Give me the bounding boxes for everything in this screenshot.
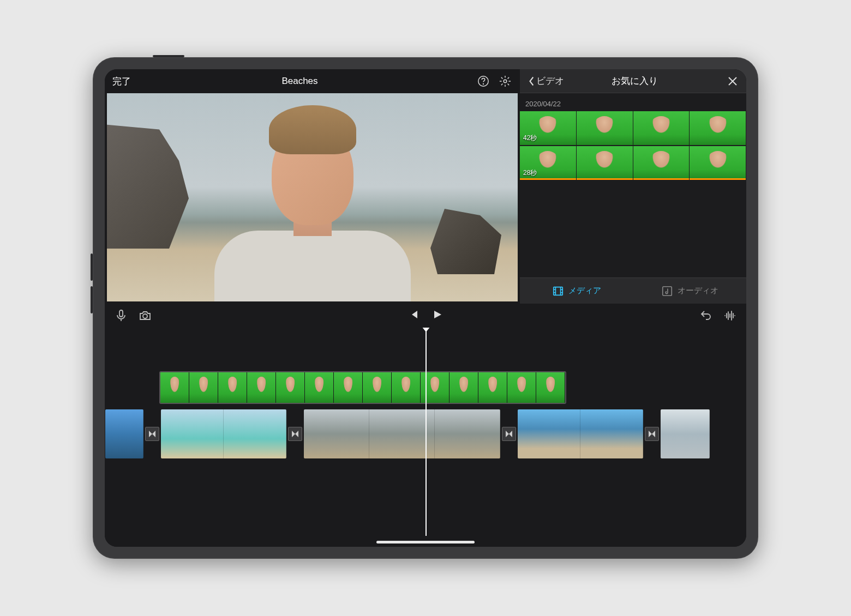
overlay-frame[interactable] bbox=[392, 372, 420, 403]
home-indicator[interactable] bbox=[376, 541, 475, 543]
clip-duration-label: 42秒 bbox=[523, 134, 537, 143]
preview-viewport[interactable] bbox=[107, 93, 518, 301]
overlay-frame[interactable] bbox=[536, 372, 565, 403]
media-body[interactable]: 2020/04/22 42秒28秒 bbox=[520, 93, 746, 277]
skip-back-icon[interactable] bbox=[408, 309, 419, 322]
svg-rect-3 bbox=[554, 287, 563, 295]
viewer-panel: 完了 Beaches bbox=[105, 69, 520, 304]
overlay-frame[interactable] bbox=[189, 372, 218, 403]
video-clip[interactable] bbox=[105, 409, 143, 458]
screen: 完了 Beaches bbox=[105, 69, 746, 547]
clip-frame bbox=[161, 409, 224, 458]
overlay-frame[interactable] bbox=[247, 372, 275, 403]
tab-audio-label: オーディオ bbox=[678, 286, 718, 296]
transition-icon[interactable] bbox=[645, 427, 659, 441]
undo-icon[interactable] bbox=[699, 309, 712, 322]
preview-foreground-person bbox=[209, 127, 416, 301]
overlay-frame[interactable] bbox=[160, 372, 189, 403]
overlay-frame[interactable] bbox=[363, 372, 391, 403]
svg-point-6 bbox=[143, 314, 147, 318]
tab-audio[interactable]: オーディオ bbox=[633, 278, 747, 304]
clip-thumbnail[interactable] bbox=[577, 146, 633, 180]
clip-thumbnail[interactable] bbox=[577, 111, 633, 145]
media-browser-title: お気に入り bbox=[542, 75, 727, 87]
close-icon[interactable] bbox=[727, 75, 739, 87]
video-clip[interactable] bbox=[518, 409, 643, 458]
preview-bg-rock bbox=[107, 123, 189, 249]
clip-thumbnail[interactable] bbox=[690, 146, 746, 180]
clip-frame bbox=[661, 409, 710, 458]
clip-frame bbox=[435, 409, 500, 458]
svg-rect-4 bbox=[663, 286, 672, 295]
overlay-frame[interactable] bbox=[276, 372, 304, 403]
overlay-frame[interactable] bbox=[507, 372, 536, 403]
video-clip[interactable] bbox=[661, 409, 710, 458]
tab-media-label: メディア bbox=[568, 286, 601, 296]
tab-media[interactable]: メディア bbox=[520, 278, 633, 304]
preview-bg-rock bbox=[430, 209, 501, 274]
transport-controls bbox=[408, 309, 443, 322]
transition-icon[interactable] bbox=[288, 427, 302, 441]
media-date: 2020/04/22 bbox=[520, 98, 746, 110]
clip-thumbnail[interactable] bbox=[690, 111, 746, 145]
overlay-frame[interactable] bbox=[305, 372, 333, 403]
microphone-icon[interactable] bbox=[115, 309, 128, 322]
svg-point-2 bbox=[504, 80, 507, 83]
device-power-button bbox=[153, 55, 184, 57]
clip-thumbnail[interactable] bbox=[633, 111, 690, 145]
device-volume-up bbox=[91, 253, 93, 281]
play-icon[interactable] bbox=[432, 309, 443, 322]
transition-icon[interactable] bbox=[502, 427, 516, 441]
clip-frame bbox=[105, 409, 143, 458]
done-button[interactable]: 完了 bbox=[112, 75, 131, 88]
device-volume-down bbox=[91, 286, 93, 313]
clip-frame bbox=[304, 409, 369, 458]
video-clip[interactable] bbox=[304, 409, 500, 458]
video-clip[interactable] bbox=[161, 409, 286, 458]
ipad-frame: 完了 Beaches bbox=[93, 57, 758, 559]
media-browser-header: ビデオ お気に入り bbox=[520, 69, 746, 93]
media-clip-row[interactable]: 42秒 bbox=[520, 111, 746, 145]
playhead[interactable] bbox=[425, 328, 427, 536]
media-browser: ビデオ お気に入り 2020/04/22 42秒28秒 メディア bbox=[520, 69, 746, 304]
waveform-icon[interactable] bbox=[723, 309, 736, 322]
clip-duration-label: 28秒 bbox=[523, 168, 537, 178]
clip-thumbnail[interactable] bbox=[633, 146, 690, 180]
svg-point-1 bbox=[483, 84, 484, 84]
project-title: Beaches bbox=[131, 76, 469, 87]
overlay-frame[interactable] bbox=[478, 372, 507, 403]
help-icon[interactable] bbox=[476, 74, 490, 88]
overlay-clip[interactable] bbox=[159, 371, 566, 404]
svg-rect-5 bbox=[119, 310, 123, 317]
camera-icon[interactable] bbox=[139, 309, 152, 322]
clip-frame bbox=[518, 409, 580, 458]
overlay-frame[interactable] bbox=[450, 372, 478, 403]
main-video-track[interactable] bbox=[105, 409, 710, 458]
overlay-frame[interactable] bbox=[421, 372, 449, 403]
toolbar bbox=[105, 304, 746, 328]
clip-frame bbox=[369, 409, 435, 458]
transition-icon[interactable] bbox=[145, 427, 159, 441]
timeline[interactable] bbox=[105, 328, 746, 547]
overlay-track[interactable] bbox=[159, 371, 566, 404]
clip-frame bbox=[224, 409, 286, 458]
media-clip-row[interactable]: 28秒 bbox=[520, 146, 746, 180]
media-tabs: メディア オーディオ bbox=[520, 277, 746, 304]
settings-icon[interactable] bbox=[498, 74, 512, 88]
overlay-frame[interactable] bbox=[218, 372, 247, 403]
viewer-header: 完了 Beaches bbox=[105, 69, 520, 93]
clip-frame bbox=[580, 409, 643, 458]
overlay-frame[interactable] bbox=[334, 372, 362, 403]
